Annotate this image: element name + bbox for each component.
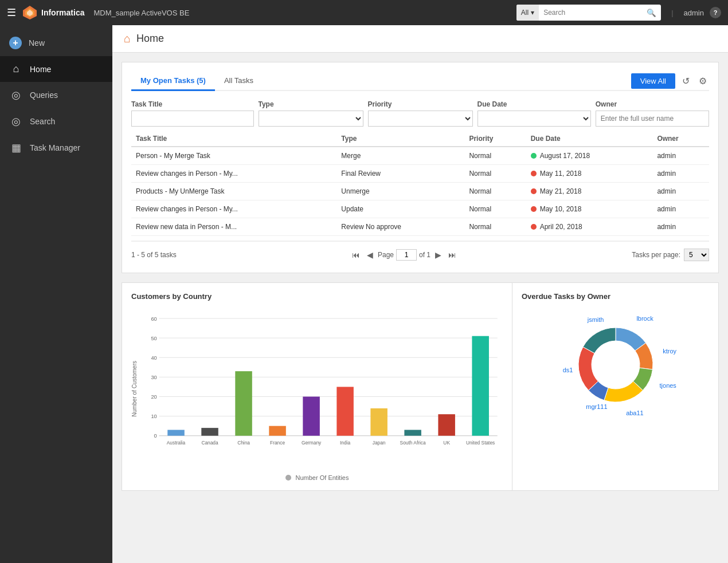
svg-text:South Africa: South Africa xyxy=(400,440,426,446)
svg-rect-20 xyxy=(201,428,218,436)
priority-select[interactable] xyxy=(368,111,473,127)
per-page-control: Tasks per page: 5 10 25 xyxy=(632,249,709,261)
donut-label[interactable]: tjones xyxy=(660,382,676,389)
cell-type: Final Review xyxy=(336,165,464,183)
svg-text:Germany: Germany xyxy=(302,440,322,446)
hamburger-icon[interactable]: ☰ xyxy=(7,6,16,19)
overdue-chart-panel: Overdue Tasks by Owner lbrockktroytjones… xyxy=(512,282,719,491)
svg-text:United States: United States xyxy=(466,440,495,446)
table-row[interactable]: Person - My Merge Task Merge Normal Augu… xyxy=(131,147,709,165)
customers-chart-panel: Customers by Country Number of Customers… xyxy=(122,282,512,491)
next-page-button[interactable]: ▶ xyxy=(433,249,444,261)
svg-rect-32 xyxy=(404,430,421,436)
svg-rect-34 xyxy=(438,414,455,436)
tab-my-open-tasks[interactable]: My Open Tasks (5) xyxy=(131,72,215,91)
admin-link[interactable]: admin xyxy=(684,9,704,17)
svg-rect-30 xyxy=(370,408,388,436)
filter-priority: Priority xyxy=(368,100,473,127)
donut-label[interactable]: ktroy xyxy=(663,348,676,355)
owner-label: Owner xyxy=(596,100,709,108)
filter-type: Type xyxy=(259,100,363,127)
task-manager-icon: ▦ xyxy=(9,141,23,154)
svg-rect-28 xyxy=(336,387,354,435)
first-page-button[interactable]: ⏮ xyxy=(350,249,362,261)
cell-owner: admin xyxy=(652,165,709,183)
cell-owner: admin xyxy=(652,147,709,165)
cell-due-date: May 21, 2018 xyxy=(526,183,653,200)
search-filter-dropdown[interactable]: All ▾ xyxy=(516,5,539,21)
global-search-input[interactable] xyxy=(539,5,642,21)
cell-due-date: May 11, 2018 xyxy=(526,165,653,183)
svg-rect-22 xyxy=(235,371,252,436)
page-range: 1 - 5 of 5 tasks xyxy=(131,251,177,259)
cell-type: Review No approve xyxy=(336,218,464,236)
table-row[interactable]: Review new data in Person - M... Review … xyxy=(131,218,709,236)
view-all-button[interactable]: View All xyxy=(631,73,675,89)
sidebar-item-new-label: New xyxy=(29,38,45,48)
cell-type: Update xyxy=(336,200,464,218)
sidebar-item-home-label: Home xyxy=(30,65,51,74)
sidebar-item-queries[interactable]: ◎ Queries xyxy=(0,82,112,108)
settings-button[interactable]: ⚙ xyxy=(696,73,709,89)
type-select[interactable] xyxy=(259,111,363,127)
page-number-input[interactable] xyxy=(396,249,417,261)
sidebar-item-search[interactable]: ◎ Search xyxy=(0,108,112,135)
sidebar: + New ⌂ Home ◎ Queries ◎ Search ▦ Task M… xyxy=(0,25,112,563)
cell-task-title: Review changes in Person - My... xyxy=(131,165,336,183)
per-page-select[interactable]: 5 10 25 xyxy=(684,249,709,261)
table-row[interactable]: Review changes in Person - My... Update … xyxy=(131,200,709,218)
bar-chart-svg: 0102030405060AustraliaCanadaChinaFranceG… xyxy=(140,308,503,468)
svg-text:20: 20 xyxy=(151,394,156,400)
cell-due-date: August 17, 2018 xyxy=(526,147,653,165)
sidebar-item-new[interactable]: + New xyxy=(0,30,112,56)
col-owner: Owner xyxy=(652,131,709,147)
sidebar-item-home[interactable]: ⌂ Home xyxy=(0,56,112,82)
donut-svg xyxy=(570,319,662,411)
status-dot xyxy=(531,171,537,176)
donut-label[interactable]: aba11 xyxy=(626,410,644,416)
filter-due-date: Due Date xyxy=(477,100,591,127)
search-button[interactable]: 🔍 xyxy=(642,9,661,17)
brand-logo xyxy=(22,5,38,21)
table-row[interactable]: Products - My UnMerge Task Unmerge Norma… xyxy=(131,183,709,200)
col-due-date: Due Date xyxy=(526,131,653,147)
brand: Informatica xyxy=(22,5,84,21)
tab-all-tasks[interactable]: All Tasks xyxy=(215,72,263,91)
owner-input[interactable] xyxy=(596,111,709,127)
legend-label: Number Of Entities xyxy=(296,474,349,481)
prev-page-button[interactable]: ◀ xyxy=(365,249,375,261)
svg-rect-36 xyxy=(472,336,489,436)
table-row[interactable]: Review changes in Person - My... Final R… xyxy=(131,165,709,183)
col-type: Type xyxy=(336,131,464,147)
due-date-select[interactable] xyxy=(477,111,591,127)
svg-text:10: 10 xyxy=(151,414,156,419)
tasks-section: My Open Tasks (5) All Tasks View All ↺ ⚙… xyxy=(122,62,719,273)
svg-rect-18 xyxy=(167,430,185,436)
table-header-row: Task Title Type Priority Due Date Owner xyxy=(131,131,709,147)
cell-priority: Normal xyxy=(464,147,526,165)
refresh-button[interactable]: ↺ xyxy=(680,73,692,89)
task-title-input[interactable] xyxy=(131,111,254,127)
help-icon[interactable]: ? xyxy=(710,7,721,18)
sidebar-item-task-manager[interactable]: ▦ Task Manager xyxy=(0,135,112,161)
page-header: ⌂ Home xyxy=(112,25,728,53)
cell-due-date: April 20, 2018 xyxy=(526,218,653,236)
tab-actions: View All ↺ ⚙ xyxy=(631,73,709,89)
cell-task-title: Review new data in Person - M... xyxy=(131,218,336,236)
page-title: Home xyxy=(136,33,164,45)
svg-text:Australia: Australia xyxy=(167,440,186,446)
svg-text:0: 0 xyxy=(154,434,157,439)
sidebar-item-search-label: Search xyxy=(30,117,55,126)
donut-chart-area: lbrockktroytjonesaba11mgr111ds1jsmith xyxy=(522,308,709,422)
cell-type: Merge xyxy=(336,147,464,165)
svg-text:40: 40 xyxy=(151,355,156,361)
cell-owner: admin xyxy=(652,183,709,200)
last-page-button[interactable]: ⏭ xyxy=(446,249,459,261)
queries-icon: ◎ xyxy=(9,89,23,101)
filter-task-title: Task Title xyxy=(131,100,254,127)
sidebar-item-queries-label: Queries xyxy=(30,90,58,100)
overdue-chart-title: Overdue Tasks by Owner xyxy=(522,292,709,301)
page-home-icon: ⌂ xyxy=(124,32,131,45)
home-icon: ⌂ xyxy=(9,63,23,75)
status-dot xyxy=(531,224,537,230)
